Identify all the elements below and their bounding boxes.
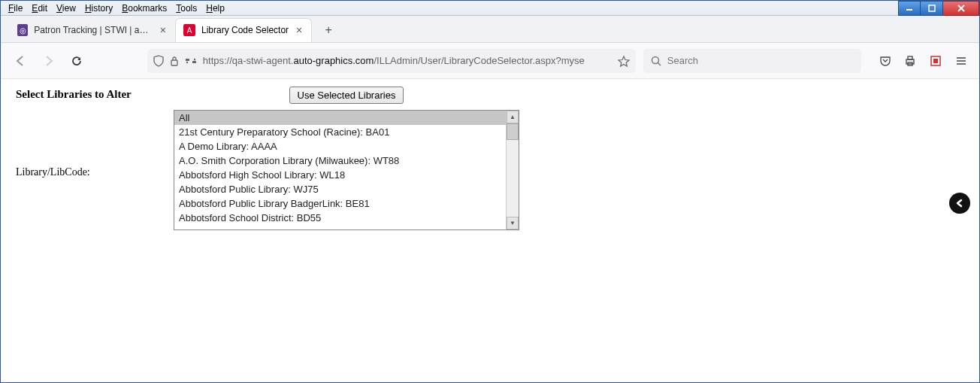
list-option[interactable]: All [174,111,519,125]
lock-icon[interactable] [170,56,179,66]
use-selected-libraries-button[interactable]: Use Selected Libraries [289,87,404,104]
list-option[interactable]: Abbotsford High School Library: WL18 [174,168,519,182]
search-bar[interactable]: Search [643,49,861,73]
library-listbox[interactable]: All 21st Century Preparatory School (Rac… [174,110,519,230]
list-option[interactable]: A.O. Smith Corporation Library (Milwauke… [174,154,519,168]
page-content: Select Libraries to Alter Use Selected L… [1,79,979,238]
tab-title: Patron Tracking | STWI | aaaa | A [34,25,153,35]
page-heading: Select Libraries to Alter [16,87,174,101]
list-option[interactable]: Abbotsford Public Library: WJ75 [174,182,519,196]
svg-rect-5 [186,59,189,61]
window-maximize-button[interactable] [921,1,943,16]
extension-icon[interactable] [927,52,945,70]
window-minimize-button[interactable] [898,1,921,16]
menu-edit[interactable]: Edit [27,2,52,14]
menu-bookmarks[interactable]: Bookmarks [117,2,171,14]
browser-tab-active[interactable]: A Library Code Selector × [175,18,312,42]
svg-point-9 [652,56,658,63]
close-tab-icon[interactable]: × [295,24,304,36]
browser-toolbar: https://qa-stwi-agent.auto-graphics.com/… [1,43,979,79]
svg-point-7 [186,61,188,62]
window-close-button[interactable] [943,1,979,16]
collapse-panel-icon[interactable] [949,193,970,214]
svg-rect-15 [933,59,938,63]
search-icon [651,56,661,66]
scroll-down-button[interactable]: ▼ [507,217,519,229]
shield-icon[interactable] [153,55,164,67]
svg-rect-4 [171,60,177,65]
window-controls [898,1,979,16]
favicon-icon: ◎ [17,24,28,36]
menu-view[interactable]: View [52,2,80,14]
menu-history[interactable]: History [80,2,117,14]
svg-rect-12 [908,56,912,59]
close-tab-icon[interactable]: × [159,24,168,36]
svg-rect-1 [929,5,935,11]
scroll-thumb[interactable] [507,123,519,140]
svg-rect-6 [192,61,196,63]
menu-file[interactable]: File [4,2,27,14]
menu-help[interactable]: Help [201,2,229,14]
tab-title: Library Code Selector [201,25,289,35]
svg-point-8 [194,58,195,59]
forward-button[interactable] [38,50,59,71]
bookmark-star-icon[interactable] [618,55,630,67]
permissions-icon[interactable] [185,56,197,65]
new-tab-button[interactable]: + [318,20,339,41]
list-option[interactable]: Abbotsford School District: BD55 [174,211,519,225]
list-option[interactable]: Abbotsford Public Library BadgerLink: BE… [174,196,519,211]
list-label: Library/LibCode: [16,110,174,178]
menu-tools[interactable]: Tools [171,2,201,14]
svg-line-10 [658,62,661,65]
search-placeholder: Search [667,55,698,66]
hamburger-menu-icon[interactable] [952,52,970,70]
print-icon[interactable] [902,52,920,70]
back-button[interactable] [10,50,31,71]
address-bar[interactable]: https://qa-stwi-agent.auto-graphics.com/… [147,49,636,73]
list-option[interactable]: A Demo Library: AAAA [174,139,519,154]
pocket-icon[interactable] [876,52,894,70]
browser-tab-inactive[interactable]: ◎ Patron Tracking | STWI | aaaa | A × [10,18,175,42]
url-text: https://qa-stwi-agent.auto-graphics.com/… [203,55,612,66]
tab-strip: ◎ Patron Tracking | STWI | aaaa | A × A … [1,16,979,43]
list-option[interactable]: 21st Century Preparatory School (Racine)… [174,125,519,139]
scrollbar[interactable]: ▲ ▼ [506,111,519,229]
reload-button[interactable] [67,50,88,71]
scroll-up-button[interactable]: ▲ [507,111,519,123]
favicon-icon: A [183,24,195,36]
menu-bar: File Edit View History Bookmarks Tools H… [1,1,979,16]
